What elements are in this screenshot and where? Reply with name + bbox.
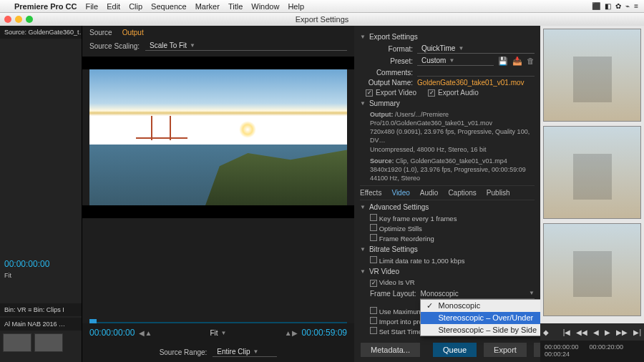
start-tc-checkbox[interactable] [370,327,377,334]
delete-preset-icon[interactable]: 🗑 [527,57,535,66]
tab-captions[interactable]: Captions [448,189,476,197]
format-label: Format: [360,45,413,53]
metadata-button[interactable]: Metadata... [360,342,421,358]
preset-dropdown[interactable]: Custom▼ [417,56,494,66]
optimize-stills-checkbox[interactable] [370,224,377,231]
tab-publish[interactable]: Publish [487,189,510,197]
tab-effects[interactable]: Effects [360,189,381,197]
video-preview[interactable] [89,69,347,205]
bin-tabs[interactable]: Bin: VR ≡ Bin: Clips I [0,303,82,316]
export-audio-checkbox[interactable] [428,89,435,97]
timeline-panel[interactable]: 00:00:00:00 00:00:20:00 00:00:24 [540,341,644,362]
bin-thumb[interactable] [3,333,31,352]
tab-source[interactable]: Source [89,29,112,36]
bin-thumbnails[interactable] [0,331,82,355]
summary-source: Source: Clip, GoldenGate360_take01_v01.m… [360,157,535,182]
source-fit-label[interactable]: Fit [0,270,16,280]
frame-layout-popup[interactable]: ✓Monoscopic Stereoscopic – Over/Under↖ S… [420,299,540,336]
out-timecode[interactable]: 00:00:59:09 [302,328,347,338]
source-scaling-label: Source Scaling: [89,42,140,50]
zoom-icon[interactable] [26,16,33,23]
frame-layout-dropdown[interactable]: Monoscopic▼ ✓Monoscopic Stereoscopic – O… [420,289,535,299]
close-icon[interactable] [4,16,11,23]
in-timecode[interactable]: 00:00:00:00 [89,328,135,338]
frame-layout-option-side-by-side[interactable]: Stereoscopic – Side by Side [421,324,540,336]
timeline-tick: 00:00:24 [545,351,570,358]
video-is-vr-checkbox[interactable] [370,280,377,287]
queue-button[interactable]: Queue [432,342,477,358]
source-monitor-panel: Source: GoldenGate360_t… 00:00:00:00 Fit… [0,26,82,362]
import-preset-icon[interactable]: 📥 [512,57,522,66]
preset-label: Preset: [360,57,413,65]
export-preview-panel: Source Output Source Scaling: Scale To F… [82,26,354,362]
window-titlebar[interactable]: Export Settings [0,13,644,26]
step-fwd-icon[interactable]: ▶▶ [616,328,628,336]
menu-marker[interactable]: Marker [195,2,220,11]
bin-row[interactable]: Al Main NAB 2016 … [0,318,82,331]
output-name-label: Output Name: [360,79,413,87]
summary-header[interactable]: ▼Summary [360,99,535,107]
set-out-icon[interactable]: ▲▶ [285,329,298,337]
program-thumb[interactable] [543,223,641,316]
set-in-icon[interactable]: ◀▲ [139,329,152,337]
save-preset-icon[interactable]: 💾 [498,57,508,66]
app-name[interactable]: Premiere Pro CC [14,2,77,11]
status-tray: ⬛◧✿⌁≡ [592,2,638,10]
advanced-header[interactable]: ▼Advanced Settings [360,203,535,211]
export-button[interactable]: Export [483,342,527,358]
limit-bitrate-checkbox[interactable] [370,256,377,263]
preview-fit-dropdown[interactable]: Fit ▼ [205,328,230,338]
bin-thumb[interactable] [34,333,63,352]
tab-output[interactable]: Output [122,29,144,36]
step-back-icon[interactable]: ◀◀ [576,328,587,336]
output-name-link[interactable]: GoldenGate360_take01_v01.mov [417,79,525,87]
play-back-icon[interactable]: ◀ [593,328,599,336]
frame-layout-option-monoscopic[interactable]: ✓Monoscopic [421,300,540,312]
go-to-out-icon[interactable]: ▶| [633,328,641,336]
mac-menu-bar[interactable]: Premiere Pro CC File Edit Clip Sequence … [0,0,644,13]
keyframe-checkbox[interactable] [370,214,377,221]
program-transport[interactable]: ◆ |◀ ◀◀ ◀ ▶ ▶▶ ▶| [540,323,644,341]
summary-output: Output: /Users/.../Premiere Pro/10.0/Gol… [360,110,535,154]
export-settings-panel: ▼Export Settings Format: QuickTime▼ Pres… [354,26,540,362]
export-settings-header[interactable]: ▼Export Settings [360,33,535,41]
format-dropdown[interactable]: QuickTime▼ [417,44,535,54]
program-thumb[interactable] [543,29,641,122]
minimize-icon[interactable] [15,16,22,23]
go-to-in-icon[interactable]: |◀ [563,328,571,336]
export-audio-label: Export Audio [438,89,479,97]
source-scaling-dropdown[interactable]: Scale To Fit▼ [145,41,347,51]
bitrate-header[interactable]: ▼Bitrate Settings [360,245,535,253]
tab-video[interactable]: Video [391,189,409,197]
comments-field[interactable] [417,68,535,77]
menu-help[interactable]: Help [288,2,304,11]
import-project-checkbox[interactable] [370,317,377,324]
menu-clip[interactable]: Clip [129,2,142,11]
source-range-dropdown[interactable]: Entire Clip▼ [213,347,277,357]
frame-layout-option-over-under[interactable]: Stereoscopic – Over/Under↖ [421,312,540,324]
source-timecode: 00:00:00:00 [0,253,82,270]
vr-header[interactable]: ▼VR Video [360,268,535,275]
source-range-label: Source Range: [160,348,208,356]
play-icon[interactable]: ▶ [605,328,610,336]
menu-window[interactable]: Window [251,2,279,11]
marker-icon[interactable]: ◆ [543,328,549,336]
export-video-label: Export Video [376,89,416,97]
window-title: Export Settings [296,15,349,24]
timeline-tick: 00:00:00:00 [545,343,579,351]
window-traffic-lights[interactable] [4,16,33,23]
frame-reorder-checkbox[interactable] [370,234,377,241]
menu-edit[interactable]: Edit [107,2,120,11]
menu-title[interactable]: Title [228,2,243,11]
comments-label: Comments: [360,69,413,77]
frame-layout-label: Frame Layout: [370,290,416,298]
source-panel-title: Source: GoldenGate360_t… [0,26,82,39]
chevron-down-icon: ▼ [190,42,195,49]
export-video-checkbox[interactable] [366,89,373,97]
menu-file[interactable]: File [85,2,98,11]
max-render-checkbox[interactable] [370,307,377,314]
cancel-button[interactable]: Cancel [533,342,540,358]
tab-audio[interactable]: Audio [420,189,439,197]
program-thumb[interactable] [543,126,641,219]
menu-sequence[interactable]: Sequence [151,2,187,11]
